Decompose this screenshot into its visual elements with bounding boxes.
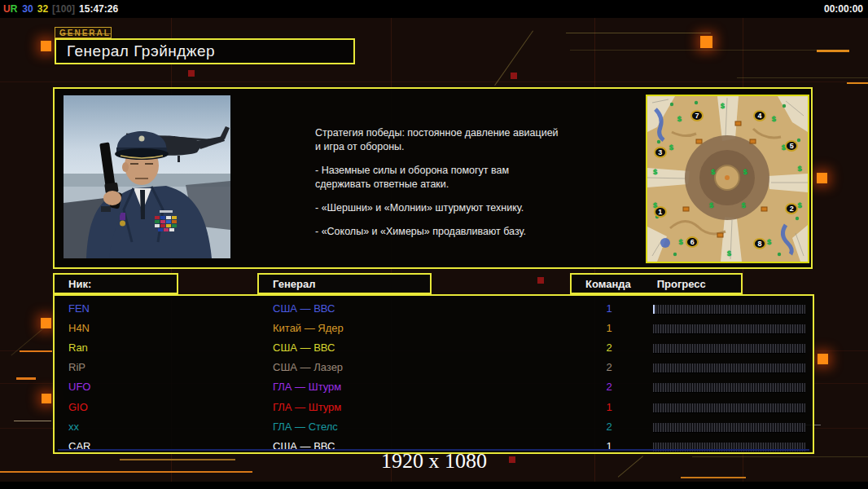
spawn-point-2: 2 bbox=[785, 203, 798, 214]
table-row: H4NКитай — Ядер1 bbox=[55, 319, 813, 339]
player-general: ГЛА — Стелс bbox=[273, 421, 338, 433]
decor-red-square bbox=[537, 277, 544, 284]
decor-orange-square bbox=[817, 173, 827, 183]
money-icon: $ bbox=[669, 143, 673, 152]
player-general: ГЛА — Штурм bbox=[273, 381, 341, 393]
money-icon: $ bbox=[798, 165, 802, 173]
resolution-label: 1920 x 1080 bbox=[0, 449, 868, 474]
strategy-paragraph: - Наземные силы и оборона помогут вам сд… bbox=[315, 164, 592, 192]
top-status-bar: UR3032[100]15:47:26 00:00:00 bbox=[0, 0, 868, 18]
player-nick: xx bbox=[68, 421, 79, 433]
money-icon: $ bbox=[772, 115, 776, 123]
strategy-paragraph: - «Шершни» и «Молнии» штурмуют технику. bbox=[315, 201, 592, 215]
table-row: FENСША — ВВС1 bbox=[55, 300, 813, 319]
player-nick: FEN bbox=[68, 302, 90, 315]
spawn-point-5: 5 bbox=[785, 140, 798, 152]
decor-orange-square bbox=[41, 318, 51, 328]
render-stats: UR3032[100]15:47:26 bbox=[3, 3, 122, 15]
player-general: США — ВВС bbox=[273, 302, 335, 315]
bottom-letterbox-bar bbox=[0, 482, 868, 489]
header-team-progress: Команда Прогресс bbox=[570, 273, 743, 294]
player-nick: Ran bbox=[68, 341, 88, 354]
status-item: R bbox=[11, 3, 18, 15]
player-team: 1 bbox=[600, 322, 618, 334]
status-item: U bbox=[3, 3, 11, 15]
table-row: UFOГЛА — Штурм2 bbox=[55, 378, 813, 398]
player-nick: H4N bbox=[68, 322, 90, 334]
player-team: 1 bbox=[600, 401, 618, 413]
decor-orange-square bbox=[42, 394, 51, 403]
player-nick: UFO bbox=[68, 381, 90, 393]
purple-heart-medal bbox=[120, 213, 125, 227]
table-row: xxГЛА — Стелс2 bbox=[55, 418, 813, 438]
load-progress-bar bbox=[653, 305, 805, 315]
load-progress-bar bbox=[653, 423, 805, 433]
status-item: 30 bbox=[22, 3, 33, 15]
minimap-markers: $$$$$$$$$$$$$$$$12345678 bbox=[647, 96, 808, 262]
strategy-paragraph: - «Соколы» и «Химеры» продавливают базу. bbox=[315, 225, 592, 239]
spawn-point-7: 7 bbox=[690, 110, 704, 121]
header-nick: Ник: bbox=[53, 273, 178, 294]
money-icon: $ bbox=[711, 168, 715, 176]
spawn-point-4: 4 bbox=[753, 110, 766, 121]
spawn-point-6: 6 bbox=[686, 236, 699, 248]
general-title-box: Генерал Грэйнджер bbox=[55, 38, 355, 64]
table-row: GIOГЛА — Штурм1 bbox=[55, 399, 813, 418]
decor-orange-square bbox=[700, 36, 712, 48]
player-team: 2 bbox=[600, 341, 618, 354]
player-general: ГЛА — Штурм bbox=[273, 401, 341, 413]
spawn-point-8: 8 bbox=[753, 238, 766, 249]
money-icon: $ bbox=[677, 115, 682, 123]
general-portrait bbox=[64, 95, 230, 258]
player-team: 2 bbox=[600, 421, 618, 433]
money-icon: $ bbox=[721, 102, 725, 110]
general-title: Генерал Грэйнджер bbox=[56, 42, 215, 60]
load-progress-bar bbox=[653, 363, 805, 373]
decor-line bbox=[566, 33, 711, 33]
decor-orange-square bbox=[818, 354, 828, 364]
money-icon: $ bbox=[742, 201, 746, 209]
load-progress-bar bbox=[653, 383, 805, 393]
strategy-text: Стратегия победы: постоянное давление ав… bbox=[315, 126, 592, 249]
spawn-point-1: 1 bbox=[654, 206, 667, 218]
players-table: FENСША — ВВС1H4NКитай — Ядер1RanСША — ВВ… bbox=[53, 294, 814, 454]
general-tag: GENERAL bbox=[55, 27, 112, 38]
table-row: RiPСША — Лазер2 bbox=[55, 359, 813, 378]
status-item: [100] bbox=[52, 3, 75, 15]
decor-line bbox=[16, 377, 36, 380]
table-row: RanСША — ВВС2 bbox=[55, 339, 813, 359]
player-nick: RiP bbox=[68, 361, 85, 373]
load-progress-bar bbox=[653, 403, 805, 413]
header-general: Генерал bbox=[257, 273, 432, 294]
money-icon: $ bbox=[709, 201, 713, 209]
player-team: 2 bbox=[600, 361, 618, 373]
status-item: 32 bbox=[37, 3, 48, 15]
money-icon: $ bbox=[798, 201, 802, 209]
minimap: $$$$$$$$$$$$$$$$12345678 bbox=[646, 95, 809, 263]
player-general: США — ВВС bbox=[273, 341, 335, 354]
money-icon: $ bbox=[767, 238, 771, 246]
decor-line bbox=[681, 477, 746, 478]
player-general: Китай — Ядер bbox=[273, 322, 344, 334]
money-icon: $ bbox=[653, 168, 657, 176]
decor-line bbox=[570, 50, 847, 51]
load-progress-bar bbox=[653, 324, 805, 334]
briefing-panel: Стратегия победы: постоянное давление ав… bbox=[53, 87, 813, 269]
decor-line bbox=[20, 350, 52, 352]
game-timer: 00:00:00 bbox=[824, 3, 863, 15]
player-general: США — Лазер bbox=[273, 361, 343, 373]
progress-fill bbox=[653, 305, 655, 314]
decor-red-square bbox=[511, 73, 517, 79]
player-team: 1 bbox=[600, 302, 618, 315]
decor-line bbox=[847, 82, 868, 84]
money-icon: $ bbox=[743, 168, 747, 176]
spawn-point-3: 3 bbox=[654, 147, 667, 158]
strategy-paragraph: Стратегия победы: постоянное давление ав… bbox=[315, 126, 592, 154]
decor-red-square bbox=[188, 70, 195, 77]
money-icon: $ bbox=[679, 238, 683, 246]
decor-line bbox=[14, 421, 51, 421]
grid-line bbox=[0, 82, 868, 82]
money-icon: $ bbox=[727, 249, 731, 258]
decor-orange-square bbox=[41, 41, 51, 51]
load-progress-bar bbox=[653, 344, 805, 354]
